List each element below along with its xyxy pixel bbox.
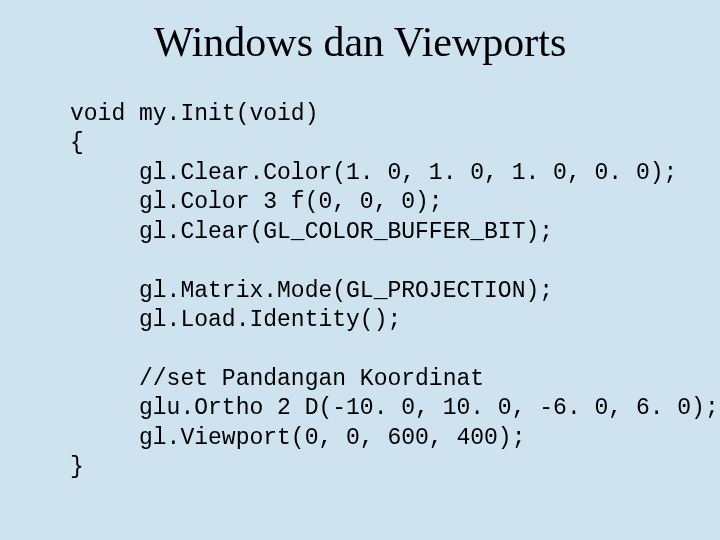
code-line: //set Pandangan Koordinat: [70, 366, 484, 392]
page-title: Windows dan Viewports: [40, 18, 680, 66]
code-line: {: [70, 130, 84, 156]
code-line: gl.Clear(GL_COLOR_BUFFER_BIT);: [70, 219, 553, 245]
code-block: void my.Init(void) { gl.Clear.Color(1. 0…: [40, 100, 680, 483]
code-line: }: [70, 454, 84, 480]
code-line: glu.Ortho 2 D(-10. 0, 10. 0, -6. 0, 6. 0…: [70, 395, 719, 421]
code-line: gl.Viewport(0, 0, 600, 400);: [70, 425, 525, 451]
slide: Windows dan Viewports void my.Init(void)…: [0, 0, 720, 540]
code-line: void my.Init(void): [70, 101, 318, 127]
code-line: gl.Color 3 f(0, 0, 0);: [70, 189, 443, 215]
code-line: gl.Load.Identity();: [70, 307, 401, 333]
code-line: gl.Matrix.Mode(GL_PROJECTION);: [70, 278, 553, 304]
code-line: gl.Clear.Color(1. 0, 1. 0, 1. 0, 0. 0);: [70, 160, 677, 186]
